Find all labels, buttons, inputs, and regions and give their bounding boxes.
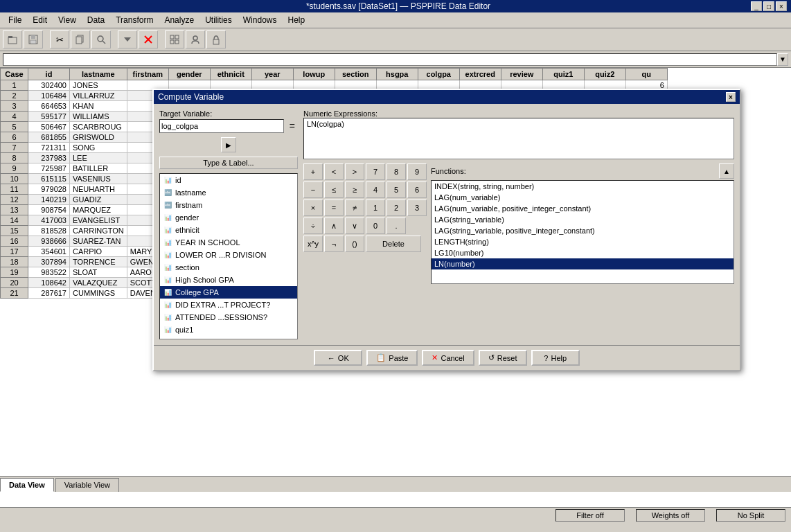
calc-gt[interactable]: > (345, 163, 364, 180)
var-name-lowup: LOWER OR ...R DIVISION (175, 251, 266, 259)
func-lg10[interactable]: LG10(number) (432, 247, 734, 258)
calc-minus[interactable]: − (303, 181, 323, 198)
help-button[interactable]: ? Help (531, 350, 580, 366)
calc-6[interactable]: 6 (407, 181, 427, 198)
calc-lt[interactable]: < (324, 163, 344, 180)
var-item-hsgpa[interactable]: 📊 High School GPA (160, 274, 297, 286)
calc-plus[interactable]: + (303, 163, 323, 180)
calc-row-3: × = ≠ 1 2 3 (303, 200, 427, 216)
cut-button[interactable]: ✂ (50, 30, 69, 48)
var-item-lastname[interactable]: 🔤 lastname (160, 186, 297, 199)
func-ln[interactable]: LN(number) (432, 258, 734, 269)
calc-5[interactable]: 5 (386, 181, 406, 198)
menu-data[interactable]: Data (82, 14, 110, 26)
var-item-gender[interactable]: 📊 gender (160, 211, 297, 224)
calc-power[interactable]: x^y (303, 236, 323, 252)
calc-multiply[interactable]: × (303, 200, 323, 216)
var-item-colgpa[interactable]: 📊 College GPA (160, 286, 297, 299)
calc-eq[interactable]: = (324, 200, 344, 216)
delete-row-button[interactable] (139, 30, 158, 48)
lock-button[interactable] (206, 30, 226, 48)
var-item-extrcred[interactable]: 📊 DID EXTRA ...T PROJECT? (160, 299, 297, 311)
paste-button[interactable]: 📋 Paste (366, 350, 418, 366)
formula-input[interactable] (3, 53, 777, 66)
close-button[interactable]: × (776, 1, 787, 11)
menu-transform[interactable]: Transform (110, 14, 159, 26)
move-variable-button[interactable]: ▶ (221, 137, 236, 152)
minimize-button[interactable]: _ (751, 1, 762, 11)
var-icon-gender: 📊 (163, 213, 172, 222)
var-icon-colgpa: 📊 (163, 287, 172, 297)
calc-delete[interactable]: Delete (366, 236, 421, 252)
calc-gte[interactable]: ≥ (345, 181, 364, 198)
var-icon-lowup: 📊 (163, 250, 172, 260)
var-item-section[interactable]: 📊 section (160, 261, 297, 274)
calc-4[interactable]: 4 (366, 181, 385, 198)
var-item-year[interactable]: 📊 YEAR IN SCHOOL (160, 236, 297, 249)
formula-scroll-button[interactable]: ▼ (777, 53, 788, 66)
calc-8[interactable]: 8 (386, 163, 406, 180)
open-button[interactable] (3, 30, 22, 48)
calc-and[interactable]: ∧ (324, 218, 344, 234)
calc-0[interactable]: 0 (366, 218, 385, 234)
func-index[interactable]: INDEX(string, string, number) (432, 181, 734, 192)
search-button[interactable] (91, 30, 111, 48)
func-lag-str[interactable]: LAG(string_variable) (432, 214, 734, 225)
var-item-review[interactable]: 📊 ATTENDED ...SESSIONS? (160, 311, 297, 323)
calc-dot[interactable]: . (386, 218, 406, 234)
save-button[interactable] (24, 30, 43, 48)
menu-analyze[interactable]: Analyze (159, 14, 199, 26)
type-label-button[interactable]: Type & Label... (159, 157, 298, 169)
user-button[interactable] (186, 30, 205, 48)
ok-button[interactable]: ← OK (314, 350, 362, 366)
func-lag-str-const[interactable]: LAG(string_variable, positive_integer_co… (432, 225, 734, 236)
copy-button[interactable] (71, 30, 90, 48)
variable-list[interactable]: 📊 id 🔤 lastname 🔤 firstnam 📊 (159, 173, 298, 339)
svg-point-8 (98, 36, 103, 42)
functions-list[interactable]: INDEX(string, string, number) LAG(num_va… (431, 180, 734, 284)
var-item-ethnicit[interactable]: 📊 ethnicit (160, 224, 297, 236)
dialog-close-button[interactable]: × (726, 92, 736, 102)
menu-view[interactable]: View (53, 14, 82, 26)
calc-lte[interactable]: ≤ (324, 181, 344, 198)
calc-not[interactable]: ¬ (324, 236, 344, 252)
cancel-button[interactable]: ✕ Cancel (422, 350, 474, 366)
calc-parens[interactable]: () (345, 236, 364, 252)
calc-3[interactable]: 3 (407, 200, 427, 216)
menu-edit[interactable]: Edit (27, 14, 53, 26)
menu-help[interactable]: Help (282, 14, 310, 26)
paste-icon: 📋 (376, 353, 386, 362)
calc-neq[interactable]: ≠ (345, 200, 364, 216)
var-item-quiz2[interactable]: 📊 quiz2 (160, 336, 297, 339)
down-arrow-button[interactable] (118, 30, 137, 48)
target-variable-input[interactable] (159, 119, 284, 133)
menu-windows[interactable]: Windows (238, 14, 283, 26)
functions-scroll-up-button[interactable]: ▲ (719, 163, 734, 179)
functions-label: Functions: (431, 167, 466, 175)
calc-2[interactable]: 2 (386, 200, 406, 216)
svg-rect-18 (213, 39, 219, 44)
cut-icon: ✂ (54, 34, 65, 45)
calc-7[interactable]: 7 (366, 163, 385, 180)
calc-1[interactable]: 1 (366, 200, 385, 216)
menu-file[interactable]: File (3, 14, 27, 26)
reset-button[interactable]: ↺ Reset (479, 350, 527, 366)
maximize-button[interactable]: □ (763, 1, 774, 11)
calc-divide[interactable]: ÷ (303, 218, 323, 234)
var-item-firstnam[interactable]: 🔤 firstnam (160, 199, 297, 211)
var-item-id[interactable]: 📊 id (160, 174, 297, 186)
grid-button[interactable] (165, 30, 184, 48)
func-lag-num-const[interactable]: LAG(num_variable, positive_integer_const… (432, 203, 734, 214)
calc-9[interactable]: 9 (407, 163, 427, 180)
var-item-quiz1[interactable]: 📊 quiz1 (160, 323, 297, 336)
svg-rect-4 (30, 40, 36, 44)
var-item-lowup[interactable]: 📊 LOWER OR ...R DIVISION (160, 249, 297, 261)
calc-or[interactable]: ∨ (345, 218, 364, 234)
numeric-expr-area[interactable]: LN(colgpa) (303, 118, 734, 159)
func-lag-num[interactable]: LAG(num_variable) (432, 192, 734, 203)
dialog-left-panel: Target Variable: = ▶ Type & Label... (159, 109, 298, 339)
menu-utilities[interactable]: Utilities (199, 14, 238, 26)
func-length[interactable]: LENGTH(string) (432, 236, 734, 247)
svg-marker-10 (124, 37, 131, 42)
split-status: No Split (716, 509, 785, 522)
